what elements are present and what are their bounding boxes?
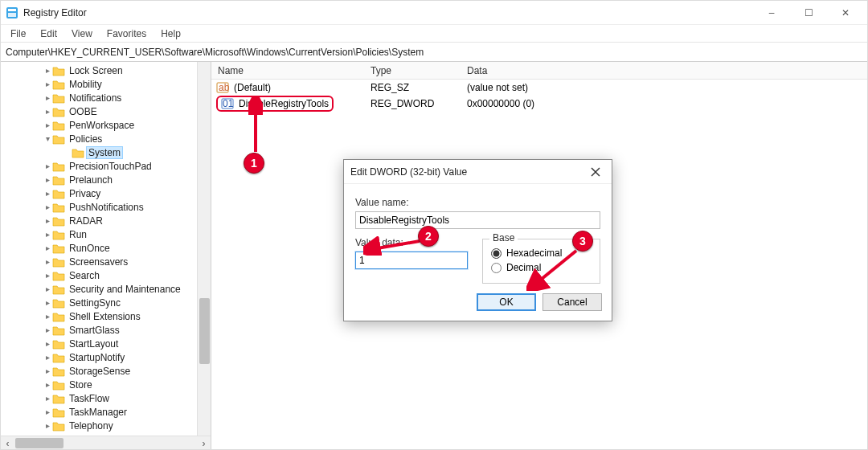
- folder-icon: [52, 284, 65, 295]
- tree-item-radar[interactable]: ▸RADAR: [9, 214, 211, 227]
- tree-item-label: RADAR: [68, 215, 104, 227]
- tree-item-label: TaskManager: [68, 407, 129, 418]
- expand-caret-icon[interactable]: ▸: [43, 257, 52, 266]
- scroll-right-arrow[interactable]: ›: [197, 436, 211, 450]
- tree-item-penworkspace[interactable]: ▸PenWorkspace: [9, 118, 211, 132]
- expand-caret-icon[interactable]: ▸: [43, 216, 52, 225]
- expand-caret-icon[interactable]: ▸: [43, 243, 52, 252]
- tree-item-settingsync[interactable]: ▸SettingSync: [9, 296, 211, 309]
- folder-icon: [52, 202, 65, 213]
- tree-item-storagesense[interactable]: ▸StorageSense: [9, 364, 211, 378]
- address-input[interactable]: [4, 45, 864, 59]
- scrollbar-thumb[interactable]: [199, 298, 210, 364]
- hscroll-thumb[interactable]: [15, 438, 63, 448]
- tree-item-oobe[interactable]: ▸OOBE: [9, 104, 211, 118]
- tree-item-taskflow[interactable]: ▸TaskFlow: [9, 391, 211, 405]
- tree-item-system[interactable]: System: [9, 145, 211, 159]
- value-data-input[interactable]: [355, 252, 468, 269]
- tree-item-security-and-maintenance[interactable]: ▸Security and Maintenance: [9, 282, 211, 296]
- registry-tree[interactable]: ▸Lock Screen▸Mobility▸Notifications▸OOBE…: [1, 62, 211, 436]
- expand-caret-icon[interactable]: ▸: [43, 271, 52, 280]
- folder-icon: [52, 229, 65, 240]
- tree-item-label: Notifications: [68, 92, 123, 104]
- column-header-data[interactable]: Data: [461, 65, 867, 76]
- menu-file[interactable]: File: [4, 27, 32, 41]
- tree-item-policies[interactable]: ▾Policies: [9, 132, 211, 145]
- expand-caret-icon[interactable]: ▸: [43, 66, 52, 75]
- tree-item-privacy[interactable]: ▸Privacy: [9, 186, 211, 200]
- expand-caret-icon[interactable]: ▸: [43, 80, 52, 88]
- expand-caret-icon[interactable]: ▸: [43, 421, 52, 430]
- tree-item-telephony[interactable]: ▸Telephony: [9, 419, 211, 432]
- folder-icon: [52, 325, 65, 336]
- tree-item-label: Lock Screen: [68, 65, 125, 76]
- tree-item-label: OOBE: [68, 106, 99, 117]
- menu-help[interactable]: Help: [154, 27, 187, 41]
- radio-hex-input[interactable]: [491, 248, 502, 259]
- tree-item-mobility[interactable]: ▸Mobility: [9, 77, 211, 91]
- tree-item-label: Run: [68, 229, 88, 240]
- expand-caret-icon[interactable]: ▸: [43, 366, 52, 375]
- expand-caret-icon[interactable]: ▸: [43, 325, 52, 334]
- tree-item-notifications[interactable]: ▸Notifications: [9, 91, 211, 104]
- value-data: (value not set): [461, 82, 867, 93]
- horizontal-scrollbar[interactable]: ‹ ›: [1, 436, 211, 449]
- tree-item-prelaunch[interactable]: ▸Prelaunch: [9, 173, 211, 186]
- tree-item-smartglass[interactable]: ▸SmartGlass: [9, 323, 211, 337]
- folder-icon: [52, 379, 65, 391]
- expand-caret-icon[interactable]: ▸: [43, 162, 52, 170]
- folder-icon: [52, 174, 65, 186]
- value-row[interactable]: 011DisableRegistryToolsREG_DWORD0x000000…: [211, 96, 867, 112]
- close-button[interactable]: ✕: [827, 1, 864, 25]
- expand-caret-icon[interactable]: ▸: [43, 312, 52, 321]
- scroll-left-arrow[interactable]: ‹: [1, 436, 14, 450]
- menu-favorites[interactable]: Favorites: [100, 27, 153, 41]
- tree-item-taskmanager[interactable]: ▸TaskManager: [9, 405, 211, 419]
- radio-decimal[interactable]: Decimal: [491, 262, 592, 273]
- expand-caret-icon[interactable]: ▸: [43, 107, 52, 116]
- tree-item-lock-screen[interactable]: ▸Lock Screen: [9, 63, 211, 77]
- expand-caret-icon[interactable]: ▸: [43, 394, 52, 403]
- vertical-scrollbar[interactable]: [197, 62, 211, 436]
- tree-item-startupnotify[interactable]: ▸StartupNotify: [9, 350, 211, 364]
- expand-caret-icon[interactable]: ▸: [43, 230, 52, 239]
- cancel-button[interactable]: Cancel: [542, 293, 602, 311]
- expand-caret-icon[interactable]: ▸: [43, 93, 52, 102]
- folder-icon: [52, 366, 65, 377]
- expand-caret-icon[interactable]: ▸: [43, 121, 52, 129]
- folder-icon: [52, 270, 65, 281]
- tree-item-search[interactable]: ▸Search: [9, 268, 211, 282]
- expand-caret-icon[interactable]: ▸: [43, 339, 52, 348]
- tree-item-run[interactable]: ▸Run: [9, 227, 211, 241]
- tree-item-pushnotifications[interactable]: ▸PushNotifications: [9, 200, 211, 214]
- app-icon: [6, 6, 18, 19]
- expand-caret-icon[interactable]: ▸: [43, 298, 52, 307]
- tree-item-precisiontouchpad[interactable]: ▸PrecisionTouchPad: [9, 159, 211, 173]
- expand-caret-icon[interactable]: ▸: [43, 175, 52, 184]
- minimize-button[interactable]: –: [753, 1, 790, 25]
- tree-item-store[interactable]: ▸Store: [9, 378, 211, 391]
- column-header-name[interactable]: Name: [211, 65, 364, 76]
- radio-dec-input[interactable]: [491, 263, 502, 273]
- tree-item-shell-extensions[interactable]: ▸Shell Extensions: [9, 309, 211, 323]
- value-row[interactable]: ab(Default)REG_SZ(value not set): [211, 80, 867, 96]
- expand-caret-icon[interactable]: ▸: [43, 353, 52, 362]
- expand-caret-icon[interactable]: ▸: [43, 189, 52, 198]
- ok-button[interactable]: OK: [477, 293, 536, 311]
- expand-caret-icon[interactable]: ▸: [43, 380, 52, 389]
- expand-caret-icon[interactable]: ▸: [43, 202, 52, 211]
- tree-item-startlayout[interactable]: ▸StartLayout: [9, 337, 211, 350]
- tree-item-screensavers[interactable]: ▸Screensavers: [9, 255, 211, 268]
- maximize-button[interactable]: ☐: [790, 1, 827, 25]
- expand-caret-icon[interactable]: ▸: [43, 284, 52, 293]
- expand-caret-icon[interactable]: ▸: [43, 407, 52, 416]
- expand-caret-icon[interactable]: ▾: [43, 134, 52, 143]
- tree-item-label: PenWorkspace: [68, 120, 136, 131]
- value-name-input[interactable]: [355, 211, 600, 229]
- menu-view[interactable]: View: [65, 27, 99, 41]
- dialog-close-button[interactable]: [586, 162, 605, 182]
- tree-item-label: TaskFlow: [68, 393, 111, 404]
- menu-edit[interactable]: Edit: [34, 27, 63, 41]
- column-header-type[interactable]: Type: [364, 65, 461, 76]
- tree-item-runonce[interactable]: ▸RunOnce: [9, 241, 211, 255]
